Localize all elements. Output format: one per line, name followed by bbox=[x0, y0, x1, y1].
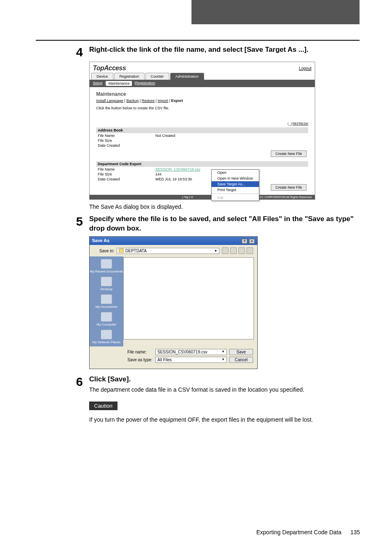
subtab-maintenance[interactable]: Maintenance bbox=[106, 81, 132, 86]
documents-icon bbox=[101, 294, 112, 304]
close-button[interactable]: × bbox=[249, 239, 255, 244]
page-number: 135 bbox=[350, 529, 360, 536]
save-as-type-dropdown[interactable]: All Files▼ bbox=[155, 357, 227, 363]
recent-icon bbox=[101, 259, 112, 269]
step-number: 4 bbox=[76, 46, 89, 58]
step-number: 5 bbox=[76, 215, 89, 228]
step-4: 4 Right-click the link of the file name,… bbox=[76, 45, 360, 58]
link-install-language[interactable]: Install Language bbox=[96, 99, 123, 103]
date-label: Date Created bbox=[98, 143, 155, 148]
subtab-setup[interactable]: Setup bbox=[93, 81, 103, 86]
filesize-label: File Size bbox=[98, 138, 155, 143]
tab-administration[interactable]: Administration bbox=[170, 73, 204, 80]
step-4-title: Right-click the link of the file name, a… bbox=[89, 45, 360, 55]
save-as-type-label: Save as type: bbox=[127, 358, 153, 362]
context-open[interactable]: Open bbox=[212, 170, 259, 175]
place-label: My Network Places bbox=[92, 340, 120, 344]
header-rule bbox=[36, 40, 360, 41]
context-save-target-as[interactable]: Save Target As... bbox=[212, 181, 259, 187]
new-folder-icon[interactable] bbox=[238, 247, 245, 254]
context-open-new-window[interactable]: Open in New Window bbox=[212, 175, 259, 181]
help-button[interactable]: ? bbox=[242, 239, 247, 244]
place-documents[interactable]: My Documents bbox=[95, 294, 117, 309]
main-content: 4 Right-click the link of the file name,… bbox=[76, 45, 360, 427]
type-value: All Files bbox=[157, 358, 172, 362]
place-label: My Recent Documents bbox=[90, 270, 123, 273]
step-6-title: Click [Save]. bbox=[89, 375, 360, 384]
context-separator bbox=[212, 194, 259, 194]
footer-section-title: Exporting Department Code Data bbox=[256, 529, 341, 536]
header-gray-bar bbox=[191, 0, 360, 24]
views-icon[interactable] bbox=[247, 247, 253, 254]
step-5-title: Specify where the file is to be saved, a… bbox=[89, 215, 360, 233]
desktop-icon bbox=[101, 277, 112, 286]
page-footer: Exporting Department Code Data 135 bbox=[256, 529, 360, 536]
subtab-registration[interactable]: Registration bbox=[136, 81, 155, 86]
sub-tabs: Setup | Maintenance | Registration bbox=[90, 80, 315, 87]
tab-counter[interactable]: Counter bbox=[145, 73, 169, 80]
address-book-header: Address Book bbox=[96, 127, 308, 133]
place-desktop[interactable]: Desktop bbox=[100, 277, 112, 291]
step-4-after-text: The Save As dialog box is displayed. bbox=[89, 203, 360, 211]
chevron-down-icon[interactable]: ▼ bbox=[221, 350, 225, 353]
topaccess-footer: | Top | H ©2000-2006 TOSHIBA TEC CORPORA… bbox=[90, 195, 315, 199]
place-label: My Computer bbox=[97, 323, 116, 326]
filesize-value: 144 bbox=[155, 172, 161, 176]
link-backup[interactable]: Backup bbox=[126, 99, 138, 103]
filesize-label: File Size bbox=[98, 172, 155, 176]
date-value: WED JUL 19 18:53:30 bbox=[155, 177, 192, 181]
savein-value: DEPTDATA bbox=[125, 249, 147, 253]
create-new-file-button-1[interactable]: Create New File bbox=[271, 150, 307, 157]
maintenance-links: Install Language | Backup | Restore | Im… bbox=[96, 99, 308, 103]
saveas-screenshot: Save As ? × Save in: DEPTDATA ▼ bbox=[89, 236, 360, 369]
toolbar-icons bbox=[222, 247, 253, 254]
save-button[interactable]: Save bbox=[229, 349, 253, 355]
address-book-section: Address Book File Name Not Created File … bbox=[96, 127, 308, 157]
context-print-target[interactable]: Print Target bbox=[212, 187, 259, 193]
window-buttons: ? × bbox=[241, 238, 255, 244]
logout-link[interactable]: Logout bbox=[299, 66, 311, 71]
tab-registration[interactable]: Registration bbox=[114, 73, 145, 80]
place-computer[interactable]: My Computer bbox=[97, 312, 116, 326]
refresh-icon bbox=[288, 122, 292, 126]
refresh-link[interactable]: REFRESH bbox=[90, 122, 308, 126]
savein-label: Save in: bbox=[94, 249, 114, 253]
link-import[interactable]: Import bbox=[158, 99, 168, 103]
place-network[interactable]: My Network Places bbox=[92, 330, 120, 344]
savein-dropdown[interactable]: DEPTDATA ▼ bbox=[117, 248, 219, 254]
link-export[interactable]: Export bbox=[171, 99, 183, 103]
main-tabs: Device Registration Counter Administrati… bbox=[90, 73, 315, 80]
maintenance-note: Click the button below to create the CSV… bbox=[96, 106, 308, 110]
context-cut[interactable]: Cut bbox=[212, 195, 259, 201]
place-label: My Documents bbox=[95, 305, 117, 309]
back-icon[interactable] bbox=[222, 247, 228, 254]
topaccess-logo: TopAccess bbox=[93, 65, 126, 72]
filename-value: Not Created bbox=[155, 134, 175, 138]
chevron-down-icon: ▼ bbox=[214, 249, 217, 253]
link-restore[interactable]: Restore bbox=[142, 99, 155, 103]
tab-device[interactable]: Device bbox=[91, 73, 113, 80]
step-6: 6 Click [Save]. The department code data… bbox=[76, 375, 360, 424]
step-5: 5 Specify where the file is to be saved,… bbox=[76, 215, 360, 233]
step-number: 6 bbox=[76, 376, 89, 388]
refresh-label: REFRESH bbox=[293, 122, 308, 125]
caution-text: If you turn the power of the equipment O… bbox=[89, 416, 360, 424]
step-6-text: The department code data file in a CSV f… bbox=[89, 386, 360, 394]
filename-label: File Name bbox=[98, 167, 155, 171]
cancel-button[interactable]: Cancel bbox=[229, 357, 253, 363]
caution-label: Caution bbox=[89, 402, 118, 410]
up-icon[interactable] bbox=[230, 247, 237, 254]
footer-top-link[interactable]: | Top | H bbox=[182, 196, 193, 199]
chevron-down-icon[interactable]: ▼ bbox=[221, 358, 225, 361]
saveas-title-text: Save As bbox=[92, 238, 109, 244]
computer-icon bbox=[101, 312, 112, 322]
create-new-file-button-2[interactable]: Create New File bbox=[271, 184, 307, 191]
place-recent[interactable]: My Recent Documents bbox=[90, 259, 123, 273]
filename-input[interactable]: SESSION_CSV060719.csv▼ bbox=[155, 349, 227, 355]
saveas-titlebar: Save As ? × bbox=[90, 237, 257, 245]
file-list-area[interactable] bbox=[123, 257, 254, 339]
folder-icon bbox=[119, 249, 124, 253]
topaccess-screenshot: TopAccess Logout Device Registration Cou… bbox=[89, 62, 360, 200]
dept-code-export-section: Department Code Export File Name SESSION… bbox=[96, 161, 308, 191]
filename-value: SESSION_CSV060719.csv bbox=[157, 350, 208, 354]
